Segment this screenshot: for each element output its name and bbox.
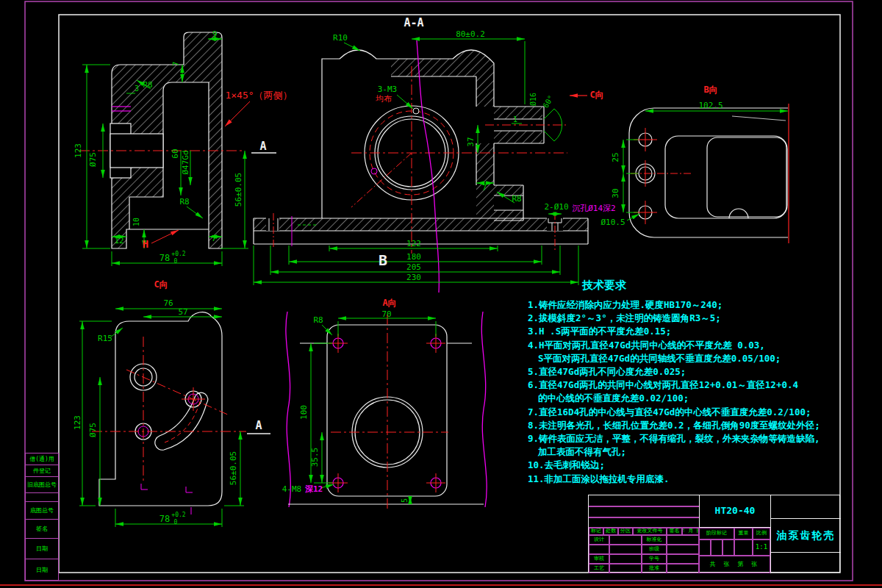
dim-label: 沉孔Ø14深2 xyxy=(572,204,616,213)
dim-label: 37 xyxy=(466,137,476,146)
dim-label: 205 xyxy=(406,262,421,272)
tech-req-line: 7.直径16D4孔的中心线与直径47Gd的中心线不垂直度允差0.2/100; xyxy=(528,406,811,417)
strip-row: 借(通)用 xyxy=(26,453,59,465)
cad-canvas: A-A B向 C向 A向 技术要求 97R831×45°（两侧）123Ø7560… xyxy=(0,0,882,588)
tech-req-line: 5.直径47Gd两孔不同心度允差0.025; xyxy=(528,366,686,377)
dim-label: +0.2 xyxy=(171,251,185,257)
dim-label: 3 xyxy=(135,85,139,93)
strip-row: 日期 xyxy=(26,559,59,581)
dim-label: Ø47Gd xyxy=(181,150,190,174)
dim-label: 25 xyxy=(611,152,620,162)
tech-req-line: 3.H .S两平面的不平度允差0.15; xyxy=(528,326,671,337)
dim-label: 100 xyxy=(299,405,309,420)
dim-label: Ø16 xyxy=(529,93,537,106)
tech-req-line: 4.H平面对两孔直径47Gd共同中心线的不平度允差 0.03, xyxy=(528,340,765,351)
tech-req-line: 11.非加工面涂以拖拉机专用底漆. xyxy=(528,473,670,484)
tb-material: HT20-40 xyxy=(699,495,770,528)
dim-label: 56±0.05 xyxy=(229,451,238,485)
strip-row: 日期 xyxy=(26,538,59,559)
tech-req-line: 9.铸件表面应无洁，平整，不得有缩孔，裂纹，外来夹杂物等铸造缺陷, xyxy=(528,433,820,444)
tb-signoff-label: 批准 xyxy=(642,564,667,573)
b-view-title: B向 xyxy=(703,85,717,95)
tb-stage-header: 阶段标记 xyxy=(699,528,734,539)
dim-label: +0.2 xyxy=(171,512,185,518)
tb-signoff-label xyxy=(589,545,609,554)
tb-part-name: 油泵齿轮壳 xyxy=(770,519,841,553)
dim-label: 12 xyxy=(114,236,123,245)
c-view-title: C向 xyxy=(154,279,168,290)
dim-label: 1 xyxy=(513,115,517,123)
tb-rev-header: 签名 xyxy=(667,528,682,535)
strip-row: 底图总号 xyxy=(26,501,59,519)
tech-req-line: S平面对两孔直径47Gd的共同轴线不垂直度允差0.05/100; xyxy=(538,353,781,364)
tb-weight-header: 重量 xyxy=(734,528,753,539)
tech-req-line: 2.拔模斜度2°～3°，未注明的铸造圆角R3～5; xyxy=(528,312,721,323)
b-view xyxy=(623,104,789,243)
tb-scale-value: 1:1 xyxy=(753,539,770,556)
dim-label: 7 xyxy=(212,234,217,243)
tb-sheet-note: 共 张 第 张 xyxy=(699,556,770,573)
tech-req-line: 6.直径47Gd两孔的共同中心线对两孔直径12+0.01～直径12+0.4 xyxy=(528,379,798,390)
dim-label: R10 xyxy=(333,33,348,43)
tech-req-line: 加工表面不得有气孔; xyxy=(537,446,626,457)
main-view-title: A-A xyxy=(404,16,423,29)
dim-label: Ø10.5 xyxy=(600,218,625,227)
dim-label: 57 xyxy=(178,307,187,317)
tb-signoff-label: 班级 xyxy=(642,545,667,554)
dim-label: 5 xyxy=(401,498,409,503)
dim-label: R8 xyxy=(512,194,521,204)
strip-row xyxy=(26,492,59,501)
dim-label: 9 xyxy=(212,29,218,39)
strip-row: 旧底图总号 xyxy=(26,476,59,492)
dim-label: R8 xyxy=(143,80,152,90)
section-marker-b: B xyxy=(379,251,387,269)
dim-label: 10 xyxy=(132,218,140,226)
tech-requirements-text: 1.铸件应经消除内应力处理.硬度HB170～240;2.拔模斜度2°～3°，未注… xyxy=(528,299,820,484)
tb-signoff-label: 学号 xyxy=(642,554,667,564)
strip-row: 签名 xyxy=(26,519,59,538)
break-line xyxy=(481,312,487,507)
dim-label: 180 xyxy=(406,252,421,262)
dim-label: H xyxy=(143,238,148,250)
record-strip: 借(通)用 件登记 旧底图总号 底图总号 签名 日期 日期 xyxy=(25,453,59,581)
a-view xyxy=(286,312,487,510)
dim-label: R8 xyxy=(313,315,323,325)
view-arrow-c: C向 xyxy=(589,90,603,100)
dim-label: Ø75 xyxy=(88,152,98,167)
dim-label: 30 xyxy=(611,188,620,198)
dim-label: 7 xyxy=(482,184,487,192)
tb-rev-header: 标记 xyxy=(589,528,603,535)
tech-req-line: 的中心线的不垂直度允差0.02/100; xyxy=(538,392,689,404)
tech-req-line: 10.去毛刺和锐边; xyxy=(528,459,605,470)
tb-scale-header: 比例 xyxy=(753,528,770,539)
dim-label: 80±0.2 xyxy=(456,29,485,39)
dim-label: 4-M8 xyxy=(282,484,302,494)
tech-req-line: 1.铸件应经消除内应力处理.硬度HB170～240; xyxy=(528,299,723,310)
tb-rev-header: 更改文件号 xyxy=(633,528,667,535)
dim-label: R15 xyxy=(98,334,112,343)
section-marker-a2: A xyxy=(255,419,262,432)
dim-label: 3-M3 xyxy=(378,85,398,94)
dim-label: 76 xyxy=(163,298,173,308)
dim-label: 230 xyxy=(406,273,421,282)
dim-label: 7 xyxy=(171,62,181,67)
tb-signoff-label: 工艺 xyxy=(589,564,609,573)
dim-label: 60 xyxy=(171,148,180,158)
dim-label: 78 xyxy=(159,253,170,263)
dim-label: 56±0.05 xyxy=(234,173,243,207)
break-line xyxy=(286,312,290,507)
tb-signoff-label: 审核 xyxy=(589,554,609,564)
tb-signoff-label: 标准化 xyxy=(642,535,667,545)
section-marker-a: A xyxy=(259,140,266,153)
dim-label: 102.5 xyxy=(698,101,723,110)
dim-label: R8 xyxy=(179,197,189,207)
dim-label: 均布 xyxy=(376,94,392,104)
tb-signoff-label: 设计 xyxy=(589,535,609,545)
dim-label: 2-Ø10 xyxy=(544,202,568,212)
dim-label: 60° xyxy=(542,94,556,110)
dim-label: 0 xyxy=(174,519,178,526)
tb-rev-header: 年 月 日 xyxy=(682,528,699,535)
dim-label: 35.5 xyxy=(310,448,320,467)
tb-rev-header: 分区 xyxy=(618,528,633,535)
dim-label: Ø75 xyxy=(88,423,98,437)
